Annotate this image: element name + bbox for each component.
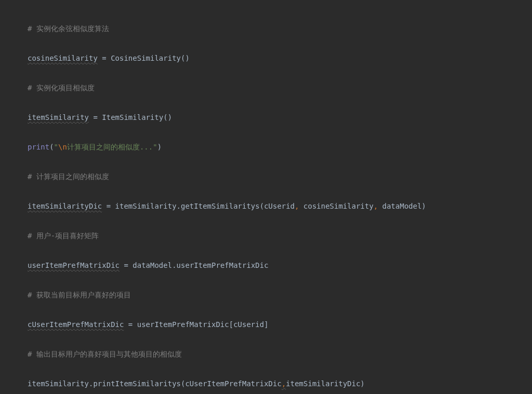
var-decl: itemSimilarity xyxy=(28,113,89,121)
code-line: # 获取当前目标用户喜好的项目 xyxy=(28,288,532,303)
code-editor-viewport[interactable]: # 实例化余弦相似度算法 cosineSimilarity = CosineSi… xyxy=(0,0,532,394)
code-text: itemSimilarityDic) xyxy=(286,379,365,388)
comment: # 输出目标用户的喜好项目与其他项目的相似度 xyxy=(28,350,182,358)
code-line: itemSimilarity.printItemSimilaritys(cUse… xyxy=(28,376,532,391)
code-text: itemSimilarity.printItemSimilaritys(cUse… xyxy=(28,379,282,388)
code-line: # 实例化项目相似度 xyxy=(28,80,532,96)
comment: # 实例化余弦相似度算法 xyxy=(28,24,109,33)
code-text: dataModel) xyxy=(382,202,426,210)
code-line: # 输出目标用户的喜好项目与其他项目的相似度 xyxy=(28,347,532,362)
var-decl: cosineSimilarity xyxy=(28,54,98,62)
code-text: cosineSimilarity xyxy=(303,202,374,210)
comment: # 计算项目之间的相似度 xyxy=(28,172,109,181)
code-line: cUserItemPrefMatrixDic = userItemPrefMat… xyxy=(28,317,532,332)
code-line: # 计算项目之间的相似度 xyxy=(28,169,532,184)
code-line: # 用户-项目喜好矩阵 xyxy=(28,228,532,243)
comment: # 实例化项目相似度 xyxy=(28,84,95,92)
comma: , xyxy=(374,202,382,210)
var-decl: cUserItemPrefMatrixDic xyxy=(28,320,124,329)
code-line: # 实例化余弦相似度算法 xyxy=(28,21,532,36)
string-escape: \n xyxy=(58,143,67,151)
code-line: itemSimilarity = ItemSimilarity() xyxy=(28,110,532,125)
code-text: = ItemSimilarity() xyxy=(89,113,172,121)
builtin-call: print xyxy=(28,143,49,151)
comment: # 获取当前目标用户喜好的项目 xyxy=(28,291,131,299)
code-line: userItemPrefMatrixDic = dataModel.userIt… xyxy=(28,258,532,273)
string-quote: " xyxy=(153,143,157,151)
code-text: = dataModel.userItemPrefMatrixDic xyxy=(119,261,269,269)
string-literal: 计算项目之间的相似度... xyxy=(67,143,153,151)
code-text: = userItemPrefMatrixDic[cUserid] xyxy=(124,320,268,329)
var-decl: userItemPrefMatrixDic xyxy=(28,261,119,269)
code-line: print("\n计算项目之间的相似度...") xyxy=(28,140,532,155)
string-quote: " xyxy=(54,143,58,151)
paren: ) xyxy=(157,143,162,151)
comma: , xyxy=(295,202,303,210)
var-decl: itemSimilarityDic xyxy=(28,202,102,210)
paren: ( xyxy=(49,143,54,151)
code-line: cosineSimilarity = CosineSimilarity() xyxy=(28,51,532,66)
comment: # 用户-项目喜好矩阵 xyxy=(28,232,99,240)
code-text: = CosineSimilarity() xyxy=(98,54,190,62)
code-line: itemSimilarityDic = itemSimilarity.getIt… xyxy=(28,199,532,214)
code-text: = itemSimilarity.getItemSimilaritys(cUse… xyxy=(102,202,295,210)
